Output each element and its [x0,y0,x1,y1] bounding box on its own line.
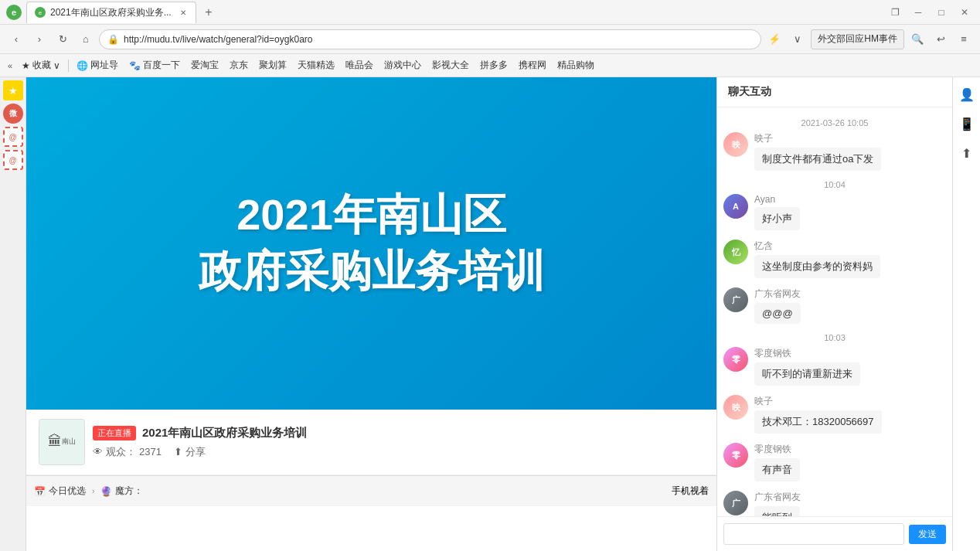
chat-input-field[interactable] [723,523,904,545]
bookmark-navsite[interactable]: 🌐 网址导 [72,57,123,73]
bookmark-shopping[interactable]: 精品购物 [553,57,599,73]
share-label: 分享 [185,445,206,459]
msg-username-6: 映子 [754,395,946,408]
tab-area: e 2021年南山区政府采购业务... ✕ + [26,0,886,24]
phone-view-btn[interactable]: 手机视着 [672,485,709,498]
msg-username-8: 广东省网友 [754,491,946,504]
star-icon: ★ [22,60,30,71]
chat-messages[interactable]: 2021-03-26 10:05 映 映子 制度文件都有通过oa下发 10:04… [717,107,952,516]
chat-message-7: 零 零度钢铁 有声音 [723,443,946,481]
tab-close-button[interactable]: ✕ [179,7,188,18]
restore-button[interactable]: ❐ [886,3,904,22]
chat-send-button[interactable]: 发送 [909,525,946,544]
bookmark-ctrip[interactable]: 携程网 [514,57,551,73]
bookmark-tmall-label: 天猫精选 [298,59,335,72]
video-stats: 👁 观众： 2371 ⬆ 分享 [93,445,704,459]
close-window-button[interactable]: ✕ [955,3,974,22]
main-area: 2021年南山区 政府采购业务培训 🏛 南山 正在直播 2021年南山区政府采购… [26,77,716,551]
url-text: http://mudu.tv/live/watch/general?id=oyg… [124,34,312,45]
video-player[interactable]: 2021年南山区 政府采购业务培训 [26,77,716,410]
today-item[interactable]: 📅 今日优选 [34,485,86,498]
forward-button[interactable]: › [29,29,49,49]
phone-label: 手机视着 [672,485,709,496]
bookmark-video[interactable]: 影视大全 [427,57,474,73]
viewers-number: 2371 [139,446,162,457]
msg-bubble-5: 听不到的请重新进来 [754,362,860,386]
content-layout: ★ 微 @ @ 2021年南山区 政府采购业务培训 🏛 南山 正在直播 2021… [0,77,980,551]
maximize-button[interactable]: □ [932,3,951,22]
bookmark-collections[interactable]: ★ 收藏 ∨ [17,57,65,73]
foreign-affairs-button[interactable]: 外交部回应HM事件 [811,29,904,49]
avatar-guangdong-2: 广 [723,491,748,515]
bookmark-baidu[interactable]: 🐾 百度一下 [124,57,185,73]
video-info-bar: 🏛 南山 正在直播 2021年南山区政府采购业务培训 👁 观众： 2371 ⬆ [26,410,716,475]
search-button[interactable]: 🔍 [907,29,927,49]
bookmark-jd[interactable]: 京东 [225,57,253,73]
bookmark-pinduoduo-label: 拼多多 [480,59,508,72]
msg-bubble-2: 好小声 [754,207,800,230]
bookmarks-arrow[interactable]: « [5,61,15,70]
msg-bubble-3: 这坐制度由参考的资料妈 [754,255,880,278]
bookmark-tmall[interactable]: 天猫精选 [293,57,339,73]
chevron-icon: ∨ [53,60,60,71]
share-button[interactable]: ⬆ 分享 [174,445,206,459]
avatar-ayan: A [723,194,748,219]
chat-message-5: 零 零度钢铁 听不到的请重新进来 [723,347,946,386]
msg-username-3: 忆含 [754,240,946,253]
msg-content-7: 零度钢铁 有声音 [754,443,946,481]
bookmark-juhua[interactable]: 聚划算 [254,57,291,73]
bookmark-vipshop[interactable]: 唯品会 [341,57,378,73]
nav-right-area: ⚡ ∨ 外交部回应HM事件 🔍 ↩ ≡ [764,29,974,49]
share-sidebar-icon[interactable]: ⬆ [958,144,976,162]
weibo-button[interactable]: 微 [3,104,23,124]
nav-bar: ‹ › ↻ ⌂ 🔒 http://mudu.tv/live/watch/gene… [0,25,980,54]
mobile-icon[interactable]: 📱 [958,114,976,133]
address-bar[interactable]: 🔒 http://mudu.tv/live/watch/general?id=o… [99,29,761,49]
back-button[interactable]: ‹ [6,29,26,49]
minimize-button[interactable]: ─ [909,3,927,22]
video-meta: 正在直播 2021年南山区政府采购业务培训 👁 观众： 2371 ⬆ 分享 [93,426,704,459]
msg-username-2: Ayan [754,194,946,205]
bookmark-juhua-label: 聚划算 [259,59,287,72]
history-button[interactable]: ↩ [931,29,951,49]
user-icon[interactable]: 👤 [958,85,976,104]
right-sidebar-icons: 👤 📱 ⬆ [952,77,980,551]
calendar-icon: 📅 [34,486,46,497]
chat-message-4: 广 广东省网友 @@@ [723,287,946,324]
msg-content-5: 零度钢铁 听不到的请重新进来 [754,347,946,386]
magic-label: 魔方： [115,485,143,498]
magic-item[interactable]: 🔮 魔方： [100,485,143,498]
bookmark-vipshop-label: 唯品会 [345,59,373,72]
new-tab-button[interactable]: + [199,3,218,22]
bookmark-video-label: 影视大全 [432,59,469,72]
chat-timestamp-1: 2021-03-26 10:05 [723,118,946,128]
email-button-1[interactable]: @ [3,127,23,147]
avatar-lingdu-1: 零 [723,347,748,372]
msg-username-5: 零度钢铁 [754,347,946,360]
menu-button[interactable]: ≡ [954,29,974,49]
chat-message-2: A Ayan 好小声 [723,194,946,230]
bookmark-games[interactable]: 游戏中心 [379,57,426,73]
bookmarks-bar: « ★ 收藏 ∨ 🌐 网址导 🐾 百度一下 爱淘宝 京东 聚划算 天猫精选 唯品… [0,54,980,77]
chat-header: 聊天互动 [717,77,952,107]
channel-logo: 🏛 南山 [39,419,85,465]
home-button[interactable]: ⌂ [76,29,96,49]
baidu-icon: 🐾 [129,60,141,71]
msg-content-2: Ayan 好小声 [754,194,946,230]
active-tab[interactable]: e 2021年南山区政府采购业务... ✕ [26,2,196,23]
bookmark-taobao[interactable]: 爱淘宝 [186,57,223,73]
refresh-button[interactable]: ↻ [53,29,73,49]
tab-favicon: e [35,7,46,18]
email-button-2[interactable]: @ [3,150,23,170]
favorites-button[interactable]: ★ [3,80,23,100]
globe-icon: 🌐 [77,60,88,71]
lightning-icon: ⚡ [764,29,784,49]
bookmark-pinduoduo[interactable]: 拼多多 [475,57,512,73]
chat-message-8: 广 广东省网友 能听到 [723,491,946,516]
video-title-row: 正在直播 2021年南山区政府采购业务培训 [93,426,704,440]
chat-message-1: 映 映子 制度文件都有通过oa下发 [723,132,946,171]
chat-panel: 聊天互动 2021-03-26 10:05 映 映子 制度文件都有通过oa下发 … [716,77,952,551]
magic-icon: 🔮 [100,486,112,497]
left-panel: ★ 微 @ @ [0,77,26,551]
viewers-icon: 👁 [93,446,103,457]
